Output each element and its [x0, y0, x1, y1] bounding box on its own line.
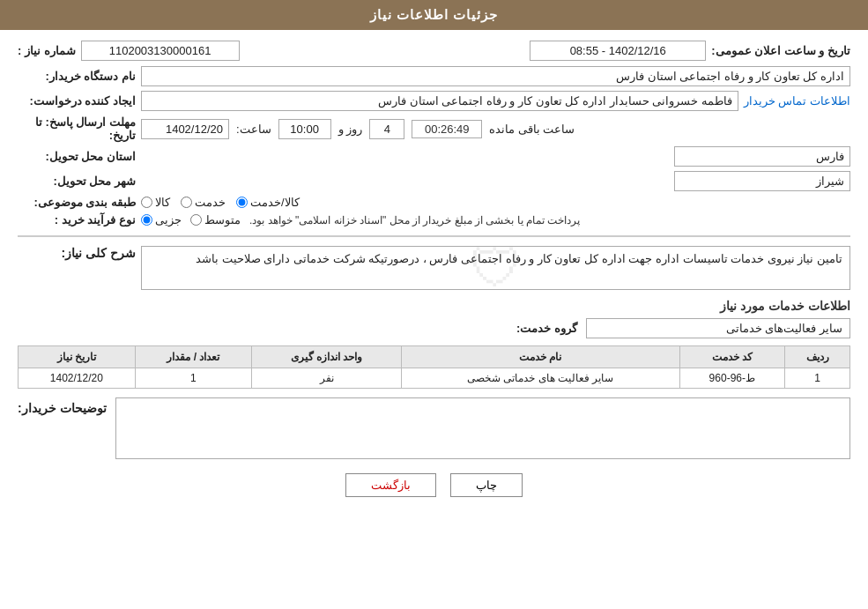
- city-value: شیراز: [674, 171, 850, 191]
- process-jozei-item: جزیی: [141, 213, 182, 227]
- need-desc-label: شرح کلی نیاز:: [18, 246, 141, 260]
- category-kala-khadamat-radio[interactable]: [236, 197, 248, 208]
- creator-row: اطلاعات تماس خریدار فاطمه خسروانی حسابدا…: [18, 91, 850, 111]
- process-jozei-label: جزیی: [155, 213, 182, 227]
- buyer-org-row: اداره کل تعاون کار و رفاه اجتماعی استان …: [18, 66, 850, 86]
- process-label: نوع فرآیند خرید :: [18, 213, 141, 227]
- announce-date-value: 1402/12/16 - 08:55: [530, 41, 706, 61]
- deadline-remaining-label: ساعت باقی مانده: [489, 123, 575, 136]
- buyer-notes-label: توضیحات خریدار:: [18, 397, 107, 415]
- category-row: کالا خدمت کالا/خدمت طبقه بندی موضوعی:: [18, 196, 850, 209]
- need-desc-value: تامین نیاز نیروی خدمات تاسیسات اداره جهت…: [141, 246, 850, 290]
- category-khadamat-item: خدمت: [181, 196, 226, 209]
- col-radif: ردیف: [785, 346, 850, 368]
- need-number-row: 1102003130000161 شماره نیاز :: [18, 41, 240, 61]
- deadline-days-label: روز و: [338, 123, 363, 136]
- service-group-value: سایر فعالیت‌های خدماتی: [586, 318, 850, 338]
- process-row: جزیی متوسط پرداخت تمام یا بخشی از مبلغ خ…: [18, 213, 850, 227]
- cell-quantity: 1: [135, 368, 252, 389]
- col-date: تاریخ نیاز: [19, 346, 136, 368]
- creator-value: فاطمه خسروانی حسابدار اداره کل تعاون کار…: [141, 91, 738, 111]
- buyer-org-label: نام دستگاه خریدار:: [18, 70, 141, 83]
- category-kala-label: کالا: [155, 196, 170, 209]
- col-name: نام خدمت: [402, 346, 680, 368]
- col-unit: واحد اندازه گیری: [252, 346, 402, 368]
- col-quantity: تعداد / مقدار: [135, 346, 252, 368]
- category-kala-khadamat-item: کالا/خدمت: [236, 196, 300, 209]
- province-value: فارس: [674, 146, 850, 167]
- creator-label: ایجاد کننده درخواست:: [18, 94, 141, 108]
- main-content: تاریخ و ساعت اعلان عمومی: 1402/12/16 - 0…: [0, 30, 868, 516]
- deadline-time: 10:00: [278, 119, 331, 139]
- process-motavaset-item: متوسط: [190, 213, 241, 227]
- contact-link[interactable]: اطلاعات تماس خریدار: [744, 94, 850, 108]
- deadline-remaining: 00:26:49: [412, 120, 482, 138]
- announce-date-label: تاریخ و ساعت اعلان عمومی:: [711, 44, 850, 57]
- category-kala-khadamat-label: کالا/خدمت: [250, 196, 300, 209]
- services-info-label: اطلاعات خدمات مورد نیاز: [18, 299, 850, 313]
- col-code: کد خدمت: [679, 346, 784, 368]
- need-desc-row: تامین نیاز نیروی خدمات تاسیسات اداره جهت…: [18, 246, 850, 290]
- need-number-label: شماره نیاز :: [18, 44, 76, 57]
- province-row: فارس استان محل تحویل:: [18, 146, 850, 167]
- table-row: 1ط-96-960سایر فعالیت های خدماتی شخصینفر1…: [19, 368, 850, 389]
- cell-code: ط-96-960: [679, 368, 784, 389]
- back-button[interactable]: بازگشت: [345, 473, 436, 497]
- category-kala-item: کالا: [141, 196, 170, 209]
- services-table: ردیف کد خدمت نام خدمت واحد اندازه گیری ت…: [18, 345, 850, 389]
- category-khadamat-radio[interactable]: [181, 197, 192, 208]
- service-group-label: گروه خدمت:: [516, 322, 577, 335]
- buttons-row: چاپ بازگشت: [18, 473, 850, 497]
- process-jozei-radio[interactable]: [141, 214, 152, 226]
- category-label: طبقه بندی موضوعی:: [18, 196, 141, 209]
- category-kala-radio[interactable]: [141, 197, 152, 208]
- deadline-row: 1402/12/20 ساعت: 10:00 روز و 4 00:26:49 …: [18, 115, 850, 142]
- deadline-time-label: ساعت:: [236, 123, 271, 136]
- buyer-notes-textarea[interactable]: [115, 397, 850, 459]
- city-label: شهر محل تحویل:: [18, 175, 141, 188]
- process-note: پرداخت تمام یا بخشی از مبلغ خریدار از مح…: [249, 214, 580, 227]
- buyer-notes-section: توضیحات خریدار:: [18, 397, 850, 459]
- divider-1: [18, 235, 850, 237]
- cell-unit: نفر: [252, 368, 402, 389]
- page-wrapper: جزئیات اطلاعات نیاز تاریخ و ساعت اعلان ع…: [0, 0, 868, 609]
- service-group-row: سایر فعالیت‌های خدماتی گروه خدمت:: [18, 318, 850, 338]
- process-motavaset-label: متوسط: [204, 213, 241, 227]
- page-title: جزئیات اطلاعات نیاز: [370, 7, 498, 22]
- page-header: جزئیات اطلاعات نیاز: [0, 0, 868, 30]
- category-khadamat-label: خدمت: [195, 196, 226, 209]
- cell-radif: 1: [785, 368, 850, 389]
- need-desc-text: تامین نیاز نیروی خدمات تاسیسات اداره جهت…: [196, 252, 842, 265]
- cell-date: 1402/12/20: [19, 368, 136, 389]
- city-row: شیراز شهر محل تحویل:: [18, 171, 850, 191]
- deadline-date: 1402/12/20: [141, 119, 229, 139]
- process-motavaset-radio[interactable]: [190, 214, 202, 226]
- cell-name: سایر فعالیت های خدماتی شخصی: [402, 368, 680, 389]
- need-number-value: 1102003130000161: [81, 41, 240, 61]
- announce-date-row: تاریخ و ساعت اعلان عمومی: 1402/12/16 - 0…: [530, 41, 850, 61]
- province-label: استان محل تحویل:: [18, 150, 141, 163]
- buyer-org-value: اداره کل تعاون کار و رفاه اجتماعی استان …: [141, 66, 850, 86]
- print-button[interactable]: چاپ: [450, 473, 523, 497]
- deadline-label: مهلت ارسال پاسخ: تا تاریخ:: [18, 115, 141, 142]
- watermark: 🛡: [470, 238, 523, 299]
- deadline-days: 4: [369, 119, 404, 139]
